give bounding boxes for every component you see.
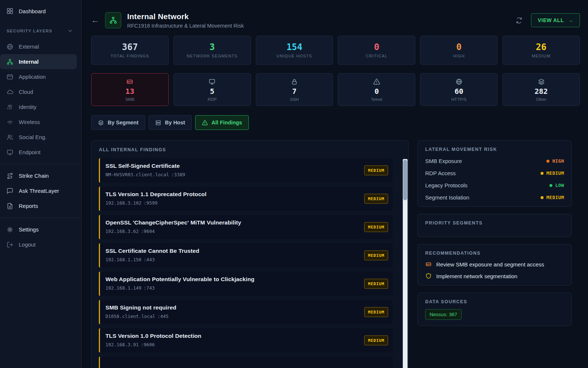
cloud-icon [6, 88, 14, 96]
risk-level: MEDIUM [541, 170, 564, 176]
finding-title: SSL Self-Signed Certificate [105, 163, 358, 169]
protocol-card-telnet[interactable]: 0 Telnet [338, 73, 415, 106]
monitor-icon [6, 149, 14, 156]
scrollbar-track [403, 159, 408, 368]
finding-row[interactable]: OpenSSL 'ChangeCipherSpec' MiTM Vulnerab… [99, 215, 393, 239]
scrollbar-thumb[interactable] [403, 160, 407, 200]
severity-badge: MEDIUM [364, 336, 388, 346]
protocol-value: 13 [125, 87, 134, 95]
tab-label: By Segment [108, 120, 139, 125]
internal-network-icon-box [105, 12, 121, 28]
protocol-stats-row: 13 SMB 5 RDP 7 SSH 0 [91, 73, 580, 106]
security-layers-section-header[interactable]: SECURITY LAYERS [0, 24, 81, 38]
risk-level: LOW [549, 183, 564, 188]
sidebar-item-label: Wireless [19, 119, 40, 125]
sidebar-divider [0, 164, 81, 164]
stat-high: 0 HIGH [420, 36, 498, 65]
finding-row[interactable]: Web Application Potentially Vulnerable t… [99, 272, 393, 296]
sidebar-item-identity[interactable]: Identity [0, 99, 81, 114]
sidebar-item-cloud[interactable]: Cloud [0, 84, 81, 99]
finding-row[interactable]: TLS Version 1.0 Protocol Detection 192.1… [99, 328, 393, 353]
sidebar-item-internal[interactable]: Internal [0, 54, 77, 69]
sidebar-item-dashboard[interactable]: Dashboard [0, 3, 81, 19]
refresh-icon[interactable] [516, 17, 523, 24]
sidebar-item-label: Dashboard [19, 8, 46, 14]
finding-host: D1058.client.local:445 [105, 314, 358, 319]
severity-badge: MEDIUM [364, 166, 388, 176]
finding-port: :443 [144, 257, 155, 262]
sidebar-item-label: Logout [19, 241, 36, 248]
severity-badge: MEDIUM [364, 222, 388, 232]
sidebar-item-label: Social Eng. [19, 134, 47, 140]
protocol-value: 0 [374, 87, 379, 95]
risk-label: RDP Access [425, 170, 456, 176]
finding-row[interactable]: SSL Certificate Cannot Be Trusted 192.16… [99, 243, 393, 268]
risk-row: RDP Access MEDIUM [425, 170, 564, 176]
stat-critical: 0 CRITICAL [338, 36, 415, 65]
sidebar-divider [0, 217, 81, 218]
sidebar-item-social-eng[interactable]: Social Eng. [0, 130, 81, 145]
sidebar-item-label: Strike Chain [19, 173, 49, 179]
risk-row: Segment Isolation MEDIUM [425, 194, 564, 201]
finding-host: 192.168.1.149:743 [105, 285, 358, 291]
finding-title: SMB Signing not required [105, 304, 358, 311]
stat-value: 154 [286, 43, 302, 52]
stat-value: 3 [209, 43, 215, 52]
findings-list: SSL Self-Signed Certificate NM-HVSVR03.c… [99, 158, 393, 368]
sidebar-item-endpoint[interactable]: Endpoint [0, 145, 81, 160]
finding-port: :9599 [144, 200, 158, 206]
finding-title: OpenSSL 'ChangeCipherSpec' MiTM Vulnerab… [105, 219, 358, 226]
card-title: RECOMMENDATIONS [425, 251, 564, 256]
sidebar-item-label: External [19, 43, 39, 50]
layers-icon [538, 78, 545, 85]
finding-host: 192.168.3.91:9606 [105, 342, 358, 347]
arrow-right-icon: → [568, 17, 573, 23]
finding-port: :9604 [141, 229, 155, 234]
alert-triangle-icon [202, 120, 208, 126]
users-icon [6, 134, 14, 141]
sidebar-item-reports[interactable]: Reports [0, 198, 81, 213]
recommendation-text: Implement network segmentation [436, 273, 517, 279]
risk-label: SMB Exposure [425, 158, 462, 164]
tab-all-findings[interactable]: All Findings [195, 115, 249, 130]
sidebar-item-wireless[interactable]: Wireless [0, 114, 81, 130]
protocol-label: RDP [208, 97, 216, 102]
finding-row[interactable]: SSL Self-Signed Certificate NM-HVSVR03.c… [99, 158, 393, 183]
findings-panel: ALL INTERNAL FINDINGS SSL Self-Signed Ce… [91, 140, 409, 368]
severity-badge: MEDIUM [364, 251, 388, 261]
findings-panel-title: ALL INTERNAL FINDINGS [99, 147, 401, 152]
back-arrow-icon[interactable]: ← [91, 15, 100, 25]
lock-icon [291, 78, 298, 85]
sidebar-item-ask-threatlayer[interactable]: Ask ThreatLayer [0, 183, 81, 198]
network-icon [109, 16, 118, 25]
protocol-card-smb[interactable]: 13 SMB [91, 73, 169, 106]
sidebar-item-label: Reports [19, 203, 38, 209]
hard-drive-icon [425, 261, 432, 268]
sidebar-item-logout[interactable]: Logout [0, 237, 81, 252]
page-subtitle: RFC1918 Infrastructure & Lateral Movemen… [127, 23, 244, 29]
protocol-card-ssh[interactable]: 7 SSH [256, 73, 333, 106]
tab-by-host[interactable]: By Host [148, 115, 192, 130]
tab-by-segment[interactable]: By Segment [91, 115, 145, 130]
sidebar-item-label: Ask ThreatLayer [19, 188, 59, 194]
protocol-card-rdp[interactable]: 5 RDP [173, 73, 251, 106]
protocol-card-https[interactable]: 60 HTTP/S [420, 73, 498, 106]
wifi-icon [6, 118, 14, 126]
card-title: DATA SOURCES [425, 299, 564, 304]
network-icon [6, 58, 14, 66]
severity-badge: MEDIUM [364, 307, 388, 317]
finding-port: :445 [157, 314, 168, 319]
finding-row[interactable]: TLS Version 1.1 Deprecated Protocol 192.… [99, 187, 393, 211]
status-dot [549, 184, 552, 187]
sidebar-item-settings[interactable]: Settings [0, 222, 81, 237]
sidebar-item-label: Cloud [19, 89, 33, 95]
protocol-card-other[interactable]: 282 Other [502, 73, 580, 106]
sidebar-item-application[interactable]: Application [0, 69, 81, 84]
protocol-label: Telnet [371, 97, 383, 102]
finding-row-partial[interactable] [99, 357, 393, 368]
stat-label: CRITICAL [366, 54, 387, 58]
finding-row[interactable]: SMB Signing not required D1058.client.lo… [99, 300, 393, 324]
sidebar-item-strike-chain[interactable]: Strike Chain [0, 168, 81, 183]
view-all-button[interactable]: VIEW ALL → [531, 13, 580, 27]
sidebar-item-external[interactable]: External [0, 39, 81, 54]
